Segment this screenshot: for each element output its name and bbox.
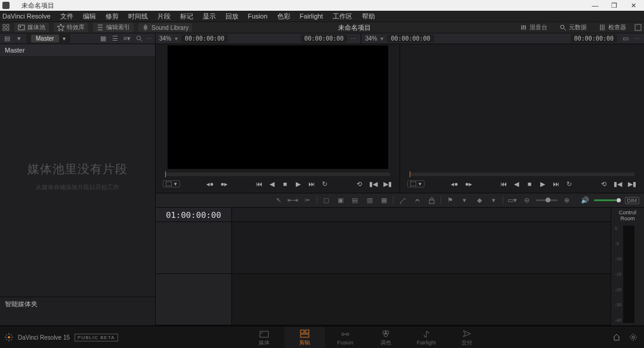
media-pool-toggle[interactable]: 媒体池 bbox=[14, 23, 49, 32]
dim-button[interactable]: DIM bbox=[625, 197, 640, 204]
tab-media[interactable]: 媒体 bbox=[244, 327, 284, 348]
bin-dropdown[interactable]: Master ▾ bbox=[26, 34, 70, 43]
first-frame-icon[interactable]: ⏮ bbox=[499, 179, 508, 189]
home-icon[interactable] bbox=[612, 332, 621, 342]
list-view-icon[interactable]: ▤ bbox=[2, 34, 12, 44]
tab-edit[interactable]: 剪辑 bbox=[284, 327, 325, 348]
match-frame-icon[interactable]: ⟲ bbox=[354, 179, 364, 189]
track-header[interactable] bbox=[156, 222, 232, 273]
fullscreen-icon[interactable] bbox=[634, 24, 642, 31]
next-mark-icon[interactable]: ▶▮ bbox=[627, 179, 637, 189]
tab-deliver[interactable]: 交付 bbox=[447, 327, 487, 348]
blade-tool-icon[interactable] bbox=[397, 195, 408, 206]
zoom-out-icon[interactable]: ⊖ bbox=[521, 195, 532, 206]
next-mark-icon[interactable]: ▶▮ bbox=[383, 179, 392, 189]
trim-tool-icon[interactable]: ⇤⇥ bbox=[287, 195, 298, 206]
chevron-down-icon[interactable]: ▾ bbox=[488, 195, 499, 206]
inspector-toggle[interactable]: 检查器 bbox=[595, 23, 630, 32]
chevron-down-icon[interactable]: ▾ bbox=[14, 34, 24, 44]
insert-clip-icon[interactable]: ▢ bbox=[321, 195, 332, 206]
playhead-marker[interactable] bbox=[165, 171, 166, 177]
menu-timeline[interactable]: 时间线 bbox=[123, 12, 153, 21]
tab-fusion[interactable]: Fusion bbox=[325, 328, 366, 347]
flag-icon[interactable]: ⚑ bbox=[445, 195, 456, 206]
loop-icon[interactable]: ↻ bbox=[564, 179, 574, 189]
gear-icon[interactable] bbox=[628, 332, 638, 342]
in-point-icon[interactable]: ◂● bbox=[205, 179, 215, 189]
slider-knob[interactable] bbox=[617, 198, 621, 202]
menu-playback[interactable]: 回放 bbox=[221, 12, 243, 21]
fit-to-fill-icon[interactable]: ▥ bbox=[364, 195, 375, 206]
track-body[interactable] bbox=[232, 222, 611, 273]
program-canvas[interactable] bbox=[405, 45, 639, 169]
first-frame-icon[interactable]: ⏮ bbox=[254, 179, 264, 189]
tab-color[interactable]: 调色 bbox=[366, 327, 406, 348]
edit-index-toggle[interactable]: 编辑索引 bbox=[93, 23, 134, 32]
menu-edit[interactable]: 编辑 bbox=[78, 12, 101, 21]
prev-mark-icon[interactable]: ▮◀ bbox=[613, 179, 623, 189]
menu-mark[interactable]: 标记 bbox=[175, 12, 198, 21]
playhead-marker[interactable] bbox=[410, 171, 410, 177]
stop-icon[interactable]: ■ bbox=[280, 179, 290, 189]
track-body[interactable] bbox=[232, 274, 611, 325]
chevron-down-icon[interactable]: ▾ bbox=[459, 195, 470, 206]
search-icon[interactable] bbox=[134, 34, 144, 44]
in-point-icon[interactable]: ◂● bbox=[450, 179, 459, 189]
single-viewer-icon[interactable]: ▭ bbox=[621, 34, 630, 44]
program-zoom[interactable]: 34% bbox=[365, 35, 377, 42]
slider-knob[interactable] bbox=[546, 198, 550, 202]
smart-bin-header[interactable]: 智能媒体夹 bbox=[0, 297, 155, 325]
menu-fairlight[interactable]: Fairlight bbox=[295, 13, 328, 20]
lock-icon[interactable] bbox=[426, 195, 437, 206]
source-zoom[interactable]: 34% bbox=[159, 35, 171, 42]
chevron-down-icon[interactable]: ▾ bbox=[175, 35, 178, 42]
source-scrubber[interactable] bbox=[165, 173, 390, 176]
menu-workspace[interactable]: 工作区 bbox=[328, 12, 357, 21]
stop-icon[interactable]: ■ bbox=[525, 179, 534, 189]
metadata-toggle[interactable]: 元数据 bbox=[556, 23, 590, 32]
menu-color[interactable]: 色彩 bbox=[273, 12, 295, 21]
source-canvas[interactable] bbox=[168, 45, 388, 169]
play-reverse-icon[interactable]: ◀ bbox=[267, 179, 277, 189]
play-reverse-icon[interactable]: ◀ bbox=[512, 179, 521, 189]
thumb-view-icon[interactable]: ▦ bbox=[98, 34, 108, 44]
sound-library-toggle[interactable]: Sound Library bbox=[138, 23, 192, 32]
zoom-slider[interactable] bbox=[536, 199, 558, 201]
timeline-view-icon[interactable]: ▭▾ bbox=[507, 195, 518, 206]
more-icon[interactable]: ⋯ bbox=[351, 35, 357, 42]
timeline-timecode[interactable]: 01:00:00:00 bbox=[156, 208, 232, 221]
mixer-toggle[interactable]: 混音台 bbox=[516, 23, 551, 32]
speaker-icon[interactable]: 🔊 bbox=[580, 195, 590, 206]
menu-help[interactable]: 帮助 bbox=[357, 12, 380, 21]
menu-view[interactable]: 显示 bbox=[198, 12, 221, 21]
play-icon[interactable]: ▶ bbox=[538, 179, 547, 189]
effects-toggle[interactable]: 特效库 bbox=[54, 23, 88, 32]
viewer-mode-dropdown[interactable]: ▾ bbox=[163, 180, 180, 187]
minimize-button[interactable]: — bbox=[589, 2, 601, 10]
blade-tool-icon[interactable]: ✂ bbox=[302, 195, 313, 206]
more-icon[interactable]: ⋯ bbox=[634, 35, 640, 42]
out-point-icon[interactable]: ●▸ bbox=[219, 179, 229, 189]
expand-panel-icon[interactable] bbox=[2, 24, 10, 31]
more-icon[interactable]: ⋯ bbox=[146, 35, 153, 42]
volume-slider[interactable] bbox=[594, 199, 621, 201]
menu-file[interactable]: 文件 bbox=[55, 12, 78, 21]
viewer-mode-dropdown[interactable]: ▾ bbox=[407, 180, 425, 187]
zoom-in-icon[interactable]: ⊕ bbox=[561, 195, 572, 206]
append-end-icon[interactable]: ▦ bbox=[379, 195, 389, 206]
loop-icon[interactable]: ↻ bbox=[320, 179, 329, 189]
menu-fusion[interactable]: Fusion bbox=[243, 13, 273, 20]
selection-tool-icon[interactable]: ↖ bbox=[273, 195, 284, 206]
last-frame-icon[interactable]: ⏭ bbox=[551, 179, 561, 189]
track-header[interactable] bbox=[156, 274, 232, 325]
marker-icon[interactable]: ◆ bbox=[474, 195, 485, 206]
sort-icon[interactable]: ≡▾ bbox=[122, 34, 132, 44]
tab-fairlight[interactable]: Fairlight bbox=[406, 328, 447, 347]
menu-clip[interactable]: 片段 bbox=[153, 12, 175, 21]
match-frame-icon[interactable]: ⟲ bbox=[599, 179, 608, 189]
program-scrubber[interactable] bbox=[410, 173, 634, 176]
menu-trim[interactable]: 修剪 bbox=[101, 12, 123, 21]
list-view-icon[interactable]: ☰ bbox=[110, 34, 120, 44]
out-point-icon[interactable]: ●▸ bbox=[464, 179, 473, 189]
play-icon[interactable]: ▶ bbox=[293, 179, 303, 189]
